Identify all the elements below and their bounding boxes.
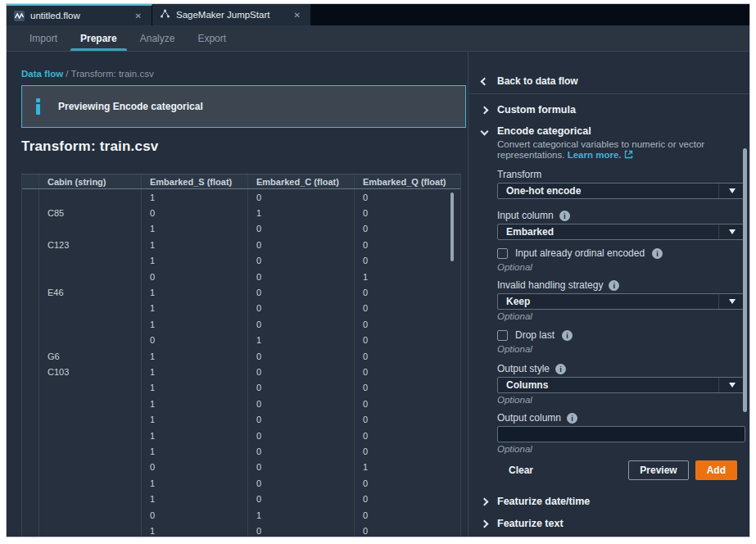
row-index-cell	[22, 411, 38, 427]
table-cell: 0	[247, 460, 354, 475]
column-header[interactable]: Embarked_S (float)	[141, 175, 247, 188]
section-featurize-text[interactable]: Featurize text	[482, 517, 749, 530]
breadcrumb-data-flow-link[interactable]: Data flow	[21, 69, 63, 79]
drop-last-checkbox-row[interactable]: Drop last i	[497, 329, 745, 342]
table-row: 010	[22, 333, 460, 348]
table-body: 100C85010100C123100100001E46100100100010…	[22, 189, 460, 537]
tab-sagemaker-jumpstart[interactable]: SageMaker JumpStart ✕	[152, 4, 311, 25]
banner-text: Previewing Encode categorical	[58, 101, 203, 112]
table-cell	[38, 316, 141, 332]
close-icon[interactable]: ✕	[292, 9, 303, 21]
back-to-data-flow-button[interactable]: Back to data flow	[482, 75, 749, 88]
table-cell	[38, 491, 141, 506]
close-icon[interactable]: ✕	[133, 10, 144, 22]
table-row: 100	[22, 428, 460, 443]
transform-select[interactable]: One-hot encode	[497, 183, 745, 199]
table-cell: 1	[141, 221, 247, 237]
chevron-right-icon	[481, 497, 489, 505]
table-cell: E46	[38, 284, 141, 300]
row-index-cell	[22, 396, 38, 411]
invalid-handling-select[interactable]: Keep	[497, 293, 745, 310]
table-cell: 0	[354, 316, 460, 332]
nav-tab-import[interactable]: Import	[18, 25, 69, 51]
info-icon[interactable]: i	[609, 280, 619, 291]
row-index-cell	[22, 253, 38, 269]
nav-tab-analyze[interactable]: Analyze	[129, 25, 187, 51]
section-custom-formula[interactable]: Custom formula	[482, 103, 749, 116]
output-style-select[interactable]: Columns	[497, 377, 745, 393]
table-row: 100	[22, 396, 460, 411]
table-cell: 0	[247, 475, 354, 491]
tab-untitled-flow[interactable]: untitled.flow ✕	[7, 4, 152, 25]
chevron-down-icon	[481, 127, 489, 135]
info-icon[interactable]: i	[559, 211, 570, 221]
table-row: 100	[22, 253, 460, 269]
table-cell: 1	[141, 364, 247, 379]
table-cell	[38, 443, 141, 459]
nav-tab-prepare[interactable]: Prepare	[69, 25, 129, 51]
table-cell: 1	[141, 301, 247, 316]
table-cell	[38, 333, 141, 348]
clear-button[interactable]: Clear	[509, 465, 533, 476]
info-icon	[36, 98, 40, 115]
table-cell: 0	[354, 491, 460, 506]
table-row: 100	[22, 523, 460, 537]
nav-tab-export[interactable]: Export	[186, 25, 238, 51]
table-row: G6100	[22, 348, 460, 364]
table-cell: 0	[247, 301, 354, 316]
table-cell: 0	[247, 364, 354, 379]
row-index-cell	[22, 523, 38, 537]
table-cell: C123	[38, 237, 141, 252]
table-cell	[38, 475, 141, 491]
table-cell: 1	[141, 443, 247, 459]
table-cell: 0	[247, 411, 354, 427]
section-featurize-datetime[interactable]: Featurize date/time	[482, 495, 749, 508]
section-encode-categorical[interactable]: Encode categorical	[482, 125, 749, 138]
checkbox[interactable]	[497, 330, 508, 341]
column-header[interactable]: Cabin (string)	[38, 175, 141, 188]
table-cell	[38, 301, 141, 316]
row-index-cell	[22, 205, 38, 220]
learn-more-link[interactable]: Learn more.	[568, 150, 622, 160]
table-cell: 0	[354, 507, 460, 523]
table-cell	[38, 221, 141, 237]
column-header[interactable]: Embarked_C (float)	[247, 175, 354, 188]
info-icon[interactable]: i	[555, 364, 566, 374]
input-column-select[interactable]: Embarked	[497, 224, 745, 240]
row-index-cell	[22, 428, 38, 443]
table-cell	[38, 507, 141, 523]
table-cell: 0	[247, 269, 354, 284]
column-header[interactable]: Embarked_Q (float)	[354, 175, 460, 188]
ordinal-encoded-checkbox-row[interactable]: Input already ordinal encoded i	[497, 247, 745, 260]
table-cell: 1	[141, 348, 247, 364]
add-button[interactable]: Add	[695, 460, 737, 480]
table-cell: 1	[141, 396, 247, 411]
row-index-cell	[22, 189, 38, 205]
output-column-input[interactable]	[497, 426, 745, 442]
panel-scrollbar[interactable]	[743, 148, 747, 412]
encode-description: Convert categorical variables to numeric…	[497, 139, 735, 161]
table-scrollbar[interactable]	[450, 193, 454, 261]
table-cell: 1	[247, 507, 354, 523]
table-cell: 1	[141, 237, 247, 252]
info-icon[interactable]: i	[562, 330, 573, 341]
table-row: C103100	[22, 364, 460, 379]
table-cell: 0	[247, 491, 354, 506]
window-tab-bar: untitled.flow ✕ SageMaker JumpStart ✕	[7, 4, 749, 25]
row-index-cell	[22, 284, 38, 300]
table-cell: 0	[354, 380, 460, 396]
info-icon[interactable]: i	[567, 413, 577, 424]
optional-hint: Optional	[497, 444, 745, 455]
dropdown-arrow-icon	[718, 378, 745, 392]
table-cell: 0	[141, 269, 247, 284]
table-cell: C103	[38, 364, 141, 379]
info-icon[interactable]: i	[652, 248, 663, 259]
preview-button[interactable]: Preview	[628, 460, 688, 480]
table-cell: 0	[354, 284, 460, 300]
table-cell: 0	[354, 205, 460, 220]
table-cell: 0	[141, 460, 247, 475]
row-index-cell	[22, 301, 38, 316]
panel-divider	[469, 93, 749, 94]
checkbox[interactable]	[497, 248, 508, 259]
row-index-cell	[22, 333, 38, 348]
